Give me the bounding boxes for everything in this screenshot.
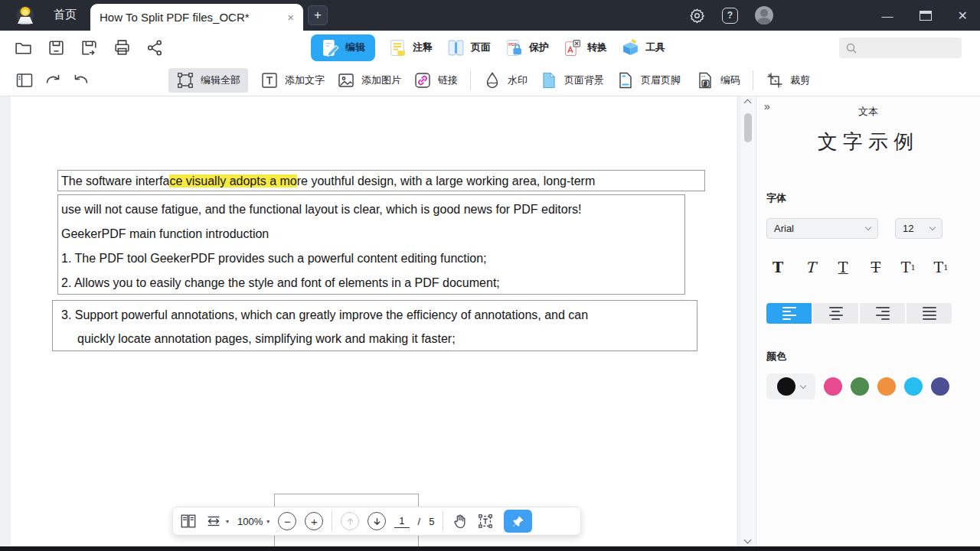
numbering-icon: # [696, 71, 714, 90]
home-tab[interactable]: 首页 [54, 8, 77, 22]
strikethrough-button[interactable]: T [864, 256, 887, 279]
zoom-dropdown-icon[interactable]: ▾ [266, 518, 270, 525]
open-file-icon[interactable] [14, 38, 33, 57]
user-avatar[interactable] [755, 6, 773, 24]
color-swatch-pink[interactable] [824, 377, 842, 396]
tab-annotate[interactable]: 注释 [381, 31, 439, 64]
align-right-button[interactable] [860, 303, 905, 324]
bold-button[interactable]: T [766, 256, 789, 279]
annotate-icon [388, 38, 407, 57]
text-block-1[interactable]: The software interface visually adopts a… [57, 170, 705, 191]
titlebar: 首页 How To Split PDF files_OCR* × + ? — ✕ [0, 0, 980, 31]
align-left-button[interactable] [766, 303, 812, 324]
search-box[interactable] [839, 37, 962, 58]
align-center-button[interactable] [813, 303, 858, 324]
next-page-button[interactable] [368, 512, 386, 530]
color-swatch-green[interactable] [851, 377, 869, 396]
tab-edit[interactable]: 编辑 [311, 34, 375, 61]
italic-button[interactable]: T [799, 256, 822, 279]
align-justify-button[interactable] [906, 303, 952, 324]
zoom-out-button[interactable]: − [278, 512, 296, 530]
help-icon[interactable]: ? [722, 8, 738, 24]
chevron-down-icon [929, 224, 936, 230]
share-icon[interactable] [145, 38, 165, 57]
font-size-select[interactable]: 12 [895, 218, 942, 239]
zoom-level[interactable]: 100% [237, 516, 263, 527]
pdf-page[interactable]: The software interface visually adopts a… [11, 96, 737, 546]
divider [753, 70, 753, 90]
scroll-down-icon[interactable] [744, 536, 752, 544]
scrollbar-thumb[interactable] [744, 113, 752, 142]
scroll-up-icon[interactable] [744, 99, 752, 107]
edit-toolbar: 编辑全部 添加文字 添加图片 链接 [0, 64, 980, 96]
text-block-3[interactable]: 3. Support powerful annotations, which c… [52, 300, 697, 351]
document-tab[interactable]: How To Split PDF files_OCR* × [90, 4, 303, 31]
save-as-icon[interactable] [80, 38, 99, 57]
print-icon[interactable] [113, 38, 132, 57]
page-separator: / [418, 516, 421, 527]
crop-button[interactable]: 裁剪 [766, 71, 810, 90]
chevron-down-icon [865, 224, 871, 230]
subscript-button[interactable]: T1 [929, 256, 952, 279]
pin-toolbar-button[interactable] [504, 510, 532, 533]
app-logo-icon [14, 5, 37, 26]
settings-gear-icon[interactable] [688, 7, 705, 24]
fit-width-dropdown-icon[interactable]: ▾ [226, 518, 229, 525]
edit-all-button[interactable]: 编辑全部 [168, 68, 248, 93]
page-layout-icon[interactable] [180, 513, 197, 530]
tab-tools[interactable]: 工具 [614, 31, 672, 64]
protect-icon: PDF [505, 38, 524, 57]
properties-panel: » 文本 文字示例 字体 Arial 12 T T T T T1 T1 [756, 96, 980, 546]
convert-icon [563, 38, 582, 57]
page-icon [446, 38, 466, 57]
add-text-button[interactable]: 添加文字 [260, 71, 325, 90]
font-section-label: 字体 [766, 191, 786, 205]
view-controls-bar: ▾ 100% ▾ − + 1 / 5 [172, 507, 581, 536]
watermark-button[interactable]: 水印 [483, 71, 528, 90]
color-section-label: 颜色 [766, 350, 786, 364]
zoom-in-button[interactable]: + [305, 512, 323, 530]
superscript-button[interactable]: T1 [897, 256, 920, 279]
color-swatch-indigo[interactable] [931, 377, 949, 396]
numbering-button[interactable]: # 编码 [696, 71, 740, 90]
tab-page[interactable]: 页面 [439, 31, 498, 64]
undo-icon[interactable] [72, 71, 90, 90]
sidebar-toggle-icon[interactable] [15, 71, 34, 90]
underline-button[interactable]: T [831, 256, 854, 279]
color-swatch-cyan[interactable] [904, 377, 923, 396]
tab-close-icon[interactable]: × [283, 11, 294, 24]
edit-icon [321, 38, 340, 57]
save-icon[interactable] [47, 38, 66, 57]
redo-icon[interactable] [44, 71, 62, 90]
close-button[interactable]: ✕ [958, 8, 968, 23]
search-input[interactable] [862, 42, 946, 54]
hand-tool-icon[interactable] [452, 513, 469, 530]
header-footer-button[interactable]: 页眉页脚 [616, 71, 681, 90]
font-family-select[interactable]: Arial [766, 218, 878, 239]
current-page-input[interactable]: 1 [394, 515, 409, 528]
link-button[interactable]: 链接 [413, 71, 458, 90]
add-text-icon [260, 71, 279, 90]
previous-page-button[interactable] [341, 512, 359, 530]
fit-width-icon[interactable] [205, 513, 222, 530]
current-color-picker[interactable] [766, 373, 815, 399]
text-block-2[interactable]: use will not cause fatigue, and the func… [57, 194, 685, 295]
text-style-buttons: T T T T T1 T1 [766, 256, 952, 279]
page-background-button[interactable]: 页面背景 [540, 71, 604, 90]
pin-icon [511, 514, 525, 529]
tab-convert[interactable]: 转换 [556, 31, 614, 64]
add-image-button[interactable]: 添加图片 [337, 71, 401, 90]
tab-protect[interactable]: PDF 保护 [498, 31, 556, 64]
new-tab-button[interactable]: + [308, 5, 328, 25]
minimize-button[interactable]: — [882, 9, 893, 22]
bottom-edge [0, 546, 980, 551]
pdf-editor-window: 首页 How To Split PDF files_OCR* × + ? — ✕ [0, 0, 980, 551]
chevron-down-icon [799, 382, 805, 388]
main-toolbar: 编辑 注释 页面 [0, 31, 980, 64]
text-style-preview: 文字示例 [756, 129, 980, 155]
text-select-tool-icon[interactable] [477, 513, 494, 530]
vertical-scrollbar[interactable] [740, 96, 755, 546]
maximize-button[interactable] [920, 11, 932, 21]
divider [470, 70, 471, 90]
color-swatch-orange[interactable] [877, 377, 896, 396]
